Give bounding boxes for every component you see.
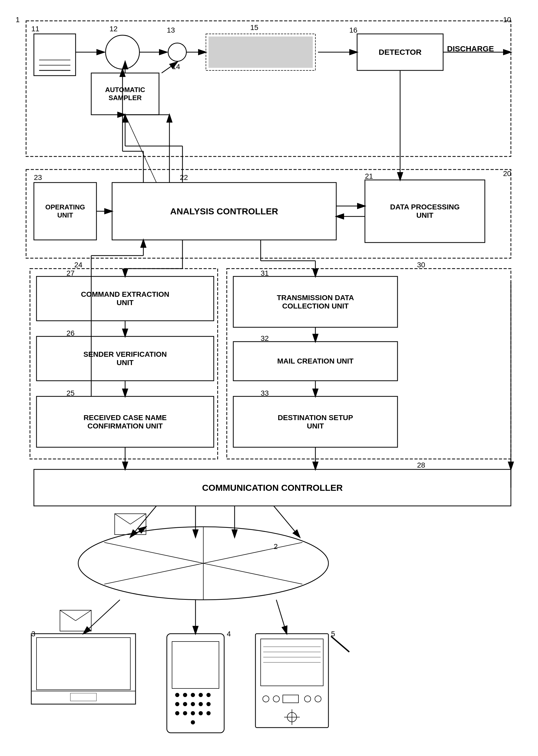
ref-20: 20 [503, 169, 511, 178]
command-extraction-unit-label: COMMAND EXTRACTIONUNIT [36, 276, 214, 321]
svg-rect-85 [167, 634, 224, 733]
svg-point-13 [168, 43, 187, 61]
svg-line-109 [331, 636, 349, 652]
diagram-container: 1 10 11 12 13 14 15 16 DISCHARGE 20 21 2… [0, 0, 538, 756]
discharge-label: DISCHARGE [447, 44, 494, 53]
svg-point-91 [206, 693, 211, 697]
svg-rect-121 [60, 610, 91, 631]
communication-controller-label: COMMUNICATION CONTROLLER [34, 469, 511, 506]
svg-point-100 [199, 711, 203, 715]
svg-rect-86 [172, 642, 219, 688]
svg-point-114 [315, 696, 321, 702]
analysis-controller-label: ANALYSIS CONTROLLER [112, 183, 336, 240]
svg-line-120 [130, 514, 146, 524]
svg-point-73 [78, 527, 328, 600]
svg-rect-82 [36, 638, 130, 690]
svg-line-123 [76, 610, 91, 621]
svg-rect-83 [31, 691, 135, 704]
svg-rect-8 [34, 34, 76, 76]
svg-point-90 [199, 693, 203, 697]
svg-point-97 [175, 711, 179, 715]
svg-rect-103 [255, 634, 328, 727]
transmission-data-collection-label: TRANSMISSION DATACOLLECTION UNIT [233, 276, 398, 327]
svg-line-75 [104, 543, 302, 584]
svg-point-102 [191, 720, 195, 725]
svg-line-119 [115, 514, 130, 524]
destination-setup-unit-label: DESTINATION SETUPUNIT [233, 396, 398, 447]
ref-15: 15 [250, 24, 258, 32]
ref-16: 16 [349, 26, 357, 34]
svg-line-74 [104, 543, 302, 584]
svg-rect-118 [115, 514, 146, 535]
svg-line-122 [60, 610, 76, 621]
automatic-sampler-label: AUTOMATICSAMPLER [91, 73, 159, 115]
ref-14: 14 [172, 63, 180, 71]
svg-point-95 [199, 702, 203, 706]
svg-point-92 [175, 702, 179, 706]
svg-point-93 [183, 702, 187, 706]
svg-rect-84 [70, 693, 96, 701]
svg-line-80 [130, 527, 146, 537]
svg-rect-15 [208, 36, 313, 68]
ref-1: 1 [16, 16, 20, 24]
ref-13: 13 [167, 26, 175, 34]
ref-21: 21 [365, 172, 373, 180]
detector-label: DETECTOR [357, 34, 443, 70]
svg-point-96 [206, 702, 211, 706]
ref-23: 23 [34, 173, 42, 182]
svg-point-87 [175, 693, 179, 697]
svg-line-69 [130, 506, 156, 537]
svg-point-111 [273, 696, 279, 702]
svg-point-113 [304, 696, 311, 702]
ref-30: 30 [417, 261, 425, 269]
ref-4: 4 [227, 630, 231, 638]
svg-rect-112 [283, 695, 298, 703]
operating-unit-label: OPERATINGUNIT [34, 183, 96, 240]
ref-3: 3 [31, 630, 35, 638]
ref-28: 28 [417, 461, 425, 469]
svg-point-94 [191, 702, 195, 706]
svg-rect-14 [206, 34, 315, 70]
svg-point-110 [263, 696, 269, 702]
svg-point-12 [106, 35, 139, 69]
sender-verification-unit-label: SENDER VERIFICATIONUNIT [36, 336, 214, 381]
ref-24: 24 [74, 261, 82, 269]
ref-10: 10 [503, 16, 511, 24]
svg-line-79 [276, 600, 287, 634]
data-processing-unit-label: DATA PROCESSINGUNIT [365, 180, 485, 243]
mail-creation-unit-label: MAIL CREATION UNIT [233, 342, 398, 381]
ref-22: 22 [180, 173, 188, 182]
ref-12: 12 [109, 25, 118, 33]
ref-2: 2 [274, 543, 278, 551]
svg-point-98 [183, 711, 187, 715]
svg-point-99 [191, 711, 195, 715]
svg-line-72 [274, 506, 300, 537]
svg-line-47 [125, 115, 156, 183]
ref-11: 11 [31, 25, 39, 33]
svg-point-88 [183, 693, 187, 697]
svg-line-77 [83, 600, 120, 634]
svg-rect-81 [31, 634, 135, 704]
received-case-name-label: RECEIVED CASE NAMECONFIRMATION UNIT [36, 396, 214, 447]
svg-point-101 [206, 711, 211, 715]
svg-point-117 [287, 713, 296, 722]
ref-5: 5 [331, 630, 335, 638]
svg-point-89 [191, 693, 195, 697]
svg-rect-104 [261, 639, 323, 686]
